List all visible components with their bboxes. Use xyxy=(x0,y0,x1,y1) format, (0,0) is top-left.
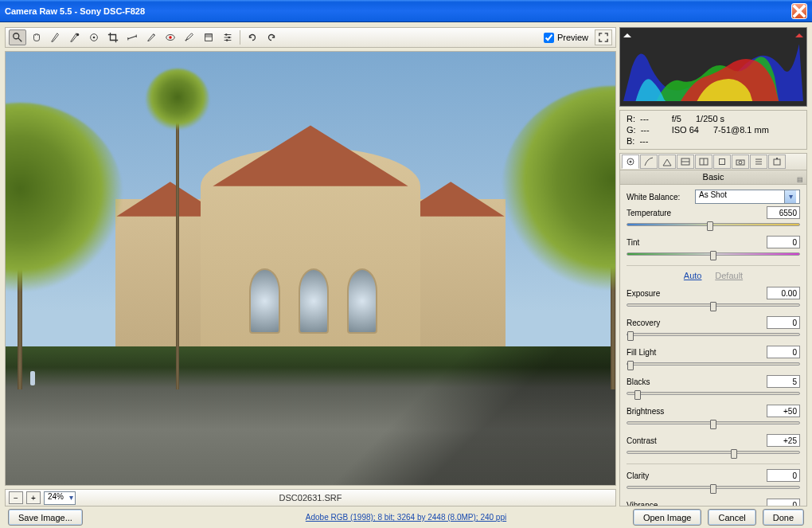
preview-label: Preview xyxy=(557,33,588,42)
blacks-input[interactable] xyxy=(767,375,800,388)
brightness-label: Brightness xyxy=(627,407,690,416)
tab-presets-icon[interactable] xyxy=(750,154,767,169)
save-image-button[interactable]: Save Image... xyxy=(8,509,83,526)
temperature-slider[interactable] xyxy=(627,223,800,226)
toolbar: Preview xyxy=(5,27,616,48)
exposure-label: Exposure xyxy=(627,289,690,298)
preview-checkbox[interactable]: Preview xyxy=(544,33,588,43)
svg-point-2 xyxy=(76,33,80,37)
targeted-adjustment-tool-icon[interactable] xyxy=(85,29,103,45)
contrast-label: Contrast xyxy=(627,436,690,445)
filename-label: DSC02631.SRF xyxy=(279,493,342,503)
footer: Save Image... Adobe RGB (1998); 8 bit; 3… xyxy=(0,506,812,528)
recovery-slider[interactable] xyxy=(627,333,800,336)
histogram[interactable] xyxy=(619,27,807,107)
panel-menu-icon[interactable]: ▤ xyxy=(797,173,803,186)
zoom-tool-icon[interactable] xyxy=(9,29,26,45)
svg-rect-23 xyxy=(720,159,724,164)
white-balance-select[interactable]: As Shot xyxy=(695,190,800,204)
svg-point-13 xyxy=(225,33,228,36)
window-title: Camera Raw 5.5 - Sony DSC-F828 xyxy=(5,6,145,16)
cancel-button[interactable]: Cancel xyxy=(708,509,755,526)
open-image-button[interactable]: Open Image xyxy=(633,509,702,526)
exposure-input[interactable] xyxy=(767,287,800,299)
hand-tool-icon[interactable] xyxy=(28,29,45,45)
svg-point-4 xyxy=(93,37,96,39)
tint-input[interactable] xyxy=(767,236,800,248)
tab-basic-icon[interactable] xyxy=(622,154,639,169)
zoom-in-button[interactable]: + xyxy=(26,491,41,504)
blacks-slider[interactable] xyxy=(627,392,800,395)
svg-point-25 xyxy=(739,161,742,164)
spot-removal-tool-icon[interactable] xyxy=(142,29,160,45)
brightness-slider[interactable] xyxy=(627,421,800,424)
svg-point-7 xyxy=(169,36,172,39)
tab-camera-calibration-icon[interactable] xyxy=(732,154,749,169)
color-sampler-tool-icon[interactable] xyxy=(66,29,84,45)
svg-point-15 xyxy=(226,39,228,41)
svg-rect-9 xyxy=(205,34,213,37)
titlebar: Camera Raw 5.5 - Sony DSC-F828 xyxy=(0,0,812,22)
tab-hsl-icon[interactable] xyxy=(677,154,694,169)
svg-point-17 xyxy=(630,161,632,163)
clarity-slider[interactable] xyxy=(627,486,800,489)
fullscreen-toggle-icon[interactable] xyxy=(595,29,612,45)
filllight-slider[interactable] xyxy=(627,362,800,366)
tab-tone-curve-icon[interactable] xyxy=(640,154,658,169)
clarity-input[interactable] xyxy=(767,469,800,482)
status-strip: − + 24% DSC02631.SRF xyxy=(5,489,616,506)
graduated-filter-tool-icon[interactable] xyxy=(200,29,217,45)
photo-render xyxy=(6,52,615,485)
done-button[interactable]: Done xyxy=(763,509,804,526)
preferences-tool-icon[interactable] xyxy=(219,29,236,45)
panel-tabstrip xyxy=(619,153,807,170)
straighten-tool-icon[interactable] xyxy=(123,29,141,45)
recovery-input[interactable] xyxy=(767,316,800,329)
zoom-select[interactable]: 24% xyxy=(44,491,76,505)
vibrance-label: Vibrance xyxy=(627,501,690,507)
rotate-ccw-icon[interactable] xyxy=(244,29,261,45)
tab-split-toning-icon[interactable] xyxy=(695,154,712,169)
default-link[interactable]: Default xyxy=(715,271,743,280)
svg-point-14 xyxy=(228,37,230,39)
panel-title: Basic ▤ xyxy=(619,170,807,185)
filllight-input[interactable] xyxy=(767,346,800,358)
svg-line-1 xyxy=(18,38,21,41)
tab-snapshots-icon[interactable] xyxy=(768,154,786,169)
blacks-label: Blacks xyxy=(627,377,690,386)
temperature-input[interactable] xyxy=(767,206,800,219)
tab-lens-corrections-icon[interactable] xyxy=(713,154,731,169)
vibrance-input[interactable] xyxy=(767,499,800,506)
adjustment-brush-tool-icon[interactable] xyxy=(181,29,198,45)
zoom-out-button[interactable]: − xyxy=(9,491,23,504)
recovery-label: Recovery xyxy=(627,319,690,327)
close-button[interactable] xyxy=(791,3,807,19)
auto-link[interactable]: Auto xyxy=(684,271,702,280)
filllight-label: Fill Light xyxy=(627,348,690,357)
red-eye-tool-icon[interactable] xyxy=(162,29,179,45)
temperature-label: Temperature xyxy=(627,209,690,217)
workflow-options-link[interactable]: Adobe RGB (1998); 8 bit; 3264 by 2448 (8… xyxy=(306,513,506,522)
svg-point-5 xyxy=(154,34,155,36)
crop-tool-icon[interactable] xyxy=(104,29,122,45)
tint-label: Tint xyxy=(627,238,690,247)
contrast-slider[interactable] xyxy=(627,451,800,454)
white-balance-label: White Balance: xyxy=(627,193,690,201)
preview-checkbox-input[interactable] xyxy=(544,33,554,43)
svg-point-0 xyxy=(14,33,19,39)
contrast-input[interactable] xyxy=(767,434,800,447)
white-balance-tool-icon[interactable] xyxy=(47,29,64,45)
exif-readout: R:--- G:--- B:--- f/5 1/250 s ISO 64 7-5… xyxy=(619,110,807,150)
tab-detail-icon[interactable] xyxy=(658,154,676,169)
tint-slider[interactable] xyxy=(627,252,800,256)
clarity-label: Clarity xyxy=(627,471,690,480)
exposure-slider[interactable] xyxy=(627,303,800,307)
svg-rect-30 xyxy=(776,158,778,159)
basic-panel: White Balance: As Shot Temperature Tint … xyxy=(619,185,807,506)
svg-rect-29 xyxy=(774,159,780,165)
rotate-cw-icon[interactable] xyxy=(263,29,280,45)
image-preview-canvas[interactable] xyxy=(5,51,616,486)
brightness-input[interactable] xyxy=(767,405,800,417)
